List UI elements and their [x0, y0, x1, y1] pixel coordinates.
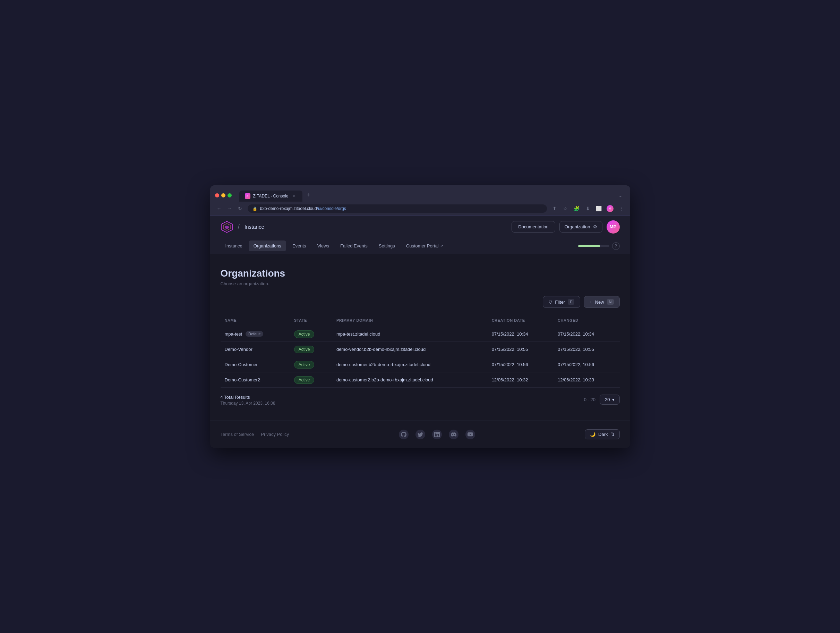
- org-state-cell: Active: [290, 357, 332, 372]
- nav-item-organizations[interactable]: Organizations: [249, 241, 286, 251]
- default-badge: Default: [246, 331, 263, 337]
- status-badge: Active: [294, 376, 314, 384]
- minimize-window-button[interactable]: [221, 193, 226, 198]
- org-changed-cell: 07/15/2022, 10:34: [554, 326, 619, 342]
- org-name-cell: Demo-Customer: [221, 357, 290, 372]
- twitter-icon[interactable]: [415, 430, 425, 439]
- progress-bar: [578, 245, 609, 247]
- tab-title: ZITADEL · Console: [253, 194, 289, 198]
- plus-icon: +: [590, 299, 592, 305]
- org-domain-cell: demo-customer.b2b-demo-rbxajm.zitadel.cl…: [332, 357, 488, 372]
- browser-titlebar: Z ZITADEL · Console × + ⌄: [210, 185, 630, 202]
- org-name: Demo-Customer: [225, 362, 258, 367]
- progress-help-button[interactable]: ?: [612, 242, 620, 250]
- table-row[interactable]: mpa-testDefaultActivempa-test.zitadel.cl…: [221, 326, 620, 342]
- nav-item-customer-portal[interactable]: Customer Portal ↗: [401, 241, 448, 251]
- header-actions: Documentation Organization ⚙ MP: [512, 220, 619, 234]
- close-window-button[interactable]: [215, 193, 219, 198]
- github-icon[interactable]: [399, 430, 409, 439]
- main-content: Organizations Choose an organization. ▽ …: [210, 254, 630, 421]
- share-button[interactable]: ⬆: [550, 204, 559, 213]
- total-date: Thursday 13. Apr 2023, 16:08: [221, 401, 584, 406]
- active-tab[interactable]: Z ZITADEL · Console ×: [239, 190, 302, 202]
- browser-tabs: Z ZITADEL · Console × +: [239, 189, 612, 202]
- table-row[interactable]: Demo-Customer2Activedemo-customer2.b2b-d…: [221, 372, 620, 388]
- total-count: 4 Total Results: [221, 395, 584, 400]
- theme-toggle-button[interactable]: 🌙 Dark ⇅: [585, 429, 619, 439]
- gear-icon: ⚙: [593, 224, 597, 229]
- pagination-controls: 0 - 20 20 ▾: [584, 395, 620, 405]
- app-footer: Terms of Service Privacy Policy: [210, 421, 630, 448]
- logo-separator: /: [238, 223, 240, 231]
- extensions-button[interactable]: 🧩: [573, 204, 581, 213]
- col-header-changed: CHANGED: [554, 315, 619, 326]
- address-text: b2b-demo-rbxajm.zitadel.cloud/ui/console…: [260, 206, 346, 211]
- browser-window: Z ZITADEL · Console × + ⌄ ← → ↻ 🔒 b2b-de…: [210, 185, 630, 448]
- address-bar[interactable]: 🔒 b2b-demo-rbxajm.zitadel.cloud/ui/conso…: [248, 204, 547, 213]
- org-created-cell: 07/15/2022, 10:34: [488, 326, 554, 342]
- new-org-button[interactable]: + New N: [584, 296, 620, 308]
- refresh-button[interactable]: ↻: [236, 204, 244, 213]
- filter-shortcut: F: [568, 299, 574, 305]
- avatar[interactable]: MP: [606, 220, 620, 234]
- filter-button[interactable]: ▽ Filter F: [543, 296, 580, 308]
- footer-links: Terms of Service Privacy Policy: [221, 432, 289, 437]
- split-view-button[interactable]: ⬜: [595, 204, 603, 213]
- privacy-policy-link[interactable]: Privacy Policy: [261, 432, 289, 437]
- table-row[interactable]: Demo-VendorActivedemo-vendor.b2b-demo-rb…: [221, 342, 620, 357]
- org-name: Demo-Customer2: [225, 377, 261, 383]
- table-footer: 4 Total Results Thursday 13. Apr 2023, 1…: [221, 395, 620, 406]
- menu-button[interactable]: ⋮: [617, 204, 625, 213]
- org-state-cell: Active: [290, 342, 332, 357]
- ssl-lock-icon: 🔒: [253, 206, 257, 211]
- total-results: 4 Total Results Thursday 13. Apr 2023, 1…: [221, 395, 584, 406]
- forward-button[interactable]: →: [226, 204, 234, 213]
- col-header-domain: PRIMARY DOMAIN: [332, 315, 488, 326]
- new-tab-button[interactable]: +: [304, 189, 313, 202]
- org-name: mpa-test: [225, 331, 242, 337]
- chevron-down-icon: ▾: [612, 397, 614, 402]
- nav-progress: ?: [578, 242, 620, 250]
- org-name-cell: mpa-testDefault: [221, 326, 290, 342]
- maximize-window-button[interactable]: [227, 193, 232, 198]
- org-changed-cell: 07/15/2022, 10:55: [554, 342, 619, 357]
- external-link-icon: ↗: [440, 244, 443, 248]
- col-header-state: STATE: [290, 315, 332, 326]
- nav-item-events[interactable]: Events: [287, 241, 311, 251]
- org-changed-cell: 07/15/2022, 10:56: [554, 357, 619, 372]
- browser-actions: ⬆ ☆ 🧩 ⬇ ⬜ M ⋮: [550, 204, 625, 213]
- footer-social: [289, 430, 585, 439]
- nav-item-settings[interactable]: Settings: [374, 241, 400, 251]
- tab-close-button[interactable]: ×: [291, 193, 297, 199]
- col-header-created: CREATION DATE: [488, 315, 554, 326]
- bookmark-button[interactable]: ☆: [562, 204, 570, 213]
- per-page-select[interactable]: 20 ▾: [600, 395, 619, 405]
- app-header: / Instance Documentation Organization ⚙ …: [210, 216, 630, 238]
- org-domain-cell: demo-customer2.b2b-demo-rbxajm.zitadel.c…: [332, 372, 488, 388]
- tab-collapse-button[interactable]: ⌄: [616, 190, 625, 201]
- discord-icon[interactable]: [449, 430, 458, 439]
- page-subtitle: Choose an organization.: [221, 281, 620, 286]
- zitadel-logo-icon: [221, 221, 233, 233]
- terms-of-service-link[interactable]: Terms of Service: [221, 432, 254, 437]
- tab-favicon: Z: [245, 193, 250, 199]
- page-range: 0 - 20: [584, 397, 595, 402]
- org-created-cell: 07/15/2022, 10:56: [488, 357, 554, 372]
- nav-item-failed-events[interactable]: Failed Events: [335, 241, 373, 251]
- status-badge: Active: [294, 361, 314, 369]
- status-badge: Active: [294, 331, 314, 338]
- org-created-cell: 07/15/2022, 10:55: [488, 342, 554, 357]
- linkedin-icon[interactable]: [432, 430, 442, 439]
- new-shortcut: N: [607, 299, 614, 305]
- download-button[interactable]: ⬇: [584, 204, 592, 213]
- nav-item-views[interactable]: Views: [313, 241, 334, 251]
- documentation-button[interactable]: Documentation: [512, 221, 555, 233]
- table-row[interactable]: Demo-CustomerActivedemo-customer.b2b-dem…: [221, 357, 620, 372]
- youtube-icon[interactable]: [466, 430, 475, 439]
- org-name-cell: Demo-Vendor: [221, 342, 290, 357]
- nav-item-instance[interactable]: Instance: [221, 241, 247, 251]
- org-domain-cell: demo-vendor.b2b-demo-rbxajm.zitadel.clou…: [332, 342, 488, 357]
- profile-button[interactable]: M: [606, 204, 614, 213]
- back-button[interactable]: ←: [215, 204, 223, 213]
- organization-button[interactable]: Organization ⚙: [559, 221, 602, 233]
